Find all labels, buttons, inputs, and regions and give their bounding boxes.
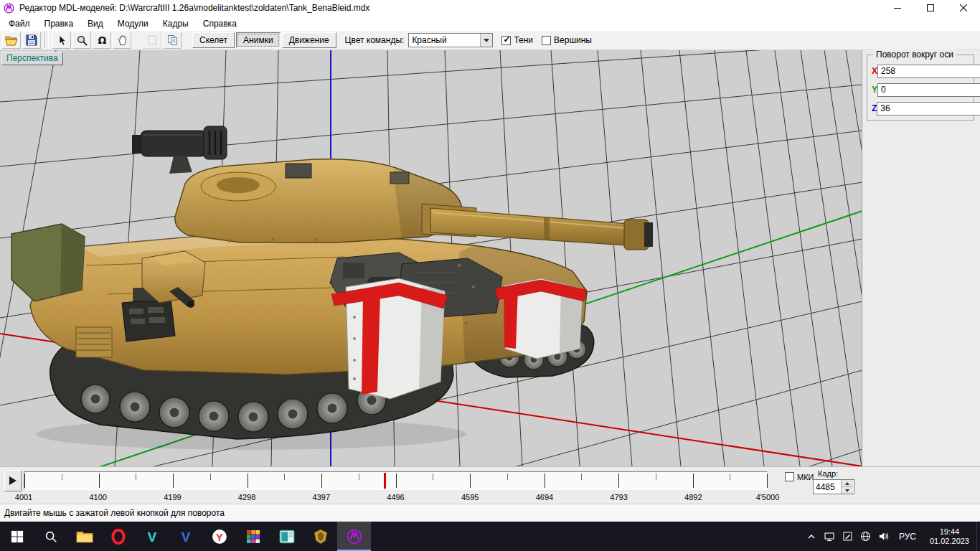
mdl-editor-icon[interactable]: [337, 522, 371, 551]
menu-item-Справка[interactable]: Справка: [196, 17, 244, 31]
tick-mark-minor: [359, 474, 359, 480]
timeline-ruler[interactable]: [24, 471, 768, 490]
frame-spin-up[interactable]: [842, 480, 853, 487]
select-tool-button[interactable]: [52, 32, 71, 49]
svg-text:Y: Y: [215, 531, 223, 543]
volume-icon[interactable]: [875, 522, 892, 551]
tick-mark: [470, 474, 471, 488]
menu-item-Файл[interactable]: Файл: [1, 17, 37, 31]
new-page-icon: [148, 35, 156, 45]
clock-date: 01.02.2023: [930, 537, 969, 545]
minimize-icon: [894, 4, 901, 11]
tick-label: 4199: [164, 493, 181, 501]
rotate-y-input[interactable]: [877, 83, 980, 97]
frame-input[interactable]: [814, 480, 841, 494]
status-text: Двигайте мышь с зажатой левой кнопкой дл…: [4, 508, 225, 518]
shadows-checkbox[interactable]: Тени: [501, 35, 533, 45]
rotate-tool-button[interactable]: Ω: [93, 32, 111, 49]
file-explorer-icon[interactable]: [67, 522, 101, 551]
frame-spinner: [841, 480, 853, 494]
close-button[interactable]: [947, 0, 980, 16]
hidden-icons-chevron[interactable]: [803, 522, 821, 551]
editor-app-icon[interactable]: [270, 522, 303, 551]
new-page-button[interactable]: [143, 32, 161, 49]
tick-label: 4892: [684, 493, 702, 501]
tick-label: 4595: [461, 493, 479, 501]
tick-label: 4298: [238, 493, 255, 501]
search-icon[interactable]: [34, 522, 67, 551]
minimize-button[interactable]: [881, 0, 914, 16]
play-icon: [9, 476, 17, 485]
tick-mark-minor: [210, 474, 211, 480]
team-color-select[interactable]: Красный: [408, 33, 493, 47]
rotate-z-input[interactable]: [877, 102, 980, 116]
network-icon[interactable]: [857, 522, 875, 551]
window-title: Редактор MDL-моделей: D:\WarcraftIII 1.2…: [19, 3, 369, 13]
pan-tool-button[interactable]: [113, 32, 131, 49]
frame-spin-down[interactable]: [842, 487, 853, 494]
play-button[interactable]: [4, 470, 22, 491]
start-icon[interactable]: [0, 522, 34, 551]
vertices-label: Вершины: [554, 35, 592, 45]
rotate-y-row: Y: [867, 81, 974, 98]
vertices-checkbox[interactable]: Вершины: [542, 35, 592, 45]
chevron-down-icon: [484, 39, 489, 42]
v-blue-app-icon[interactable]: V: [169, 522, 202, 551]
tick-mark-minor: [136, 474, 136, 480]
taskbar-clock[interactable]: 19:44 01.02.2023: [923, 527, 976, 546]
warcraft3-icon[interactable]: [303, 522, 337, 551]
mki-checkbox[interactable]: МКИ: [785, 472, 814, 481]
maximize-button[interactable]: [914, 0, 947, 16]
combo-dropdown-button[interactable]: [480, 34, 492, 47]
rotate-x-input[interactable]: [877, 65, 980, 78]
tick-label: 4100: [89, 493, 106, 501]
rotate-x-row: X: [867, 62, 974, 80]
axis-y-label: Y: [872, 85, 877, 95]
anims-mode-button[interactable]: Анимки: [236, 32, 281, 48]
tray-display-icon[interactable]: [821, 522, 839, 551]
tick-mark: [99, 474, 100, 488]
copy-button[interactable]: [163, 32, 182, 49]
menu-item-Модули[interactable]: Модули: [110, 17, 156, 31]
pan-hand-icon: [117, 34, 128, 46]
menu-item-Кадры[interactable]: Кадры: [156, 17, 196, 31]
menu-item-Правка[interactable]: Правка: [37, 17, 81, 31]
right-panel: Поворот вокруг оси X Y Z: [863, 50, 980, 466]
mki-checkbox-box: [785, 472, 794, 481]
spin-up-icon: [845, 482, 849, 485]
svg-text:Ω: Ω: [98, 34, 106, 46]
tick-mark: [248, 474, 248, 488]
viewport-canvas: [0, 50, 862, 466]
tray-pen-icon[interactable]: [839, 522, 857, 551]
save-icon: [26, 34, 37, 46]
frame-label: Кадр:: [818, 469, 838, 478]
zoom-tool-button[interactable]: [72, 32, 91, 49]
skeleton-mode-button[interactable]: Скелет: [192, 32, 235, 48]
maximize-icon: [927, 4, 934, 11]
perspective-viewport[interactable]: Перспектива: [0, 50, 862, 466]
v-teal-browser-icon[interactable]: V: [135, 522, 169, 551]
language-indicator[interactable]: РУС: [892, 532, 923, 542]
front-skirt-center: [331, 278, 448, 399]
mosaic-app-icon[interactable]: [236, 522, 270, 551]
toolbar: Ω Скелет Анимки Движение Цвет команды: К…: [0, 31, 980, 50]
yandex-browser-icon[interactable]: Y: [202, 522, 236, 551]
open-button[interactable]: [2, 32, 21, 49]
movement-mode-button[interactable]: Движение: [282, 32, 336, 48]
tick-mark-minor: [507, 474, 508, 480]
animation-timeline: 4001410041994298439744964595469447934892…: [0, 466, 980, 504]
current-frame-marker[interactable]: [384, 473, 386, 489]
tick-label: 4'5000: [756, 493, 780, 501]
shadows-label: Тени: [514, 35, 533, 45]
tray-icons: [803, 522, 892, 551]
spin-down-icon: [845, 489, 849, 492]
tick-mark: [24, 474, 25, 488]
show-desktop-button[interactable]: [976, 522, 980, 551]
menu-item-Вид[interactable]: Вид: [80, 17, 110, 31]
tick-mark-minor: [656, 474, 656, 480]
hull-mg-mount: [122, 298, 175, 342]
top-gun: [132, 126, 227, 174]
app-icon: [4, 2, 15, 14]
save-button[interactable]: [22, 32, 41, 49]
opera-icon[interactable]: [101, 522, 135, 551]
